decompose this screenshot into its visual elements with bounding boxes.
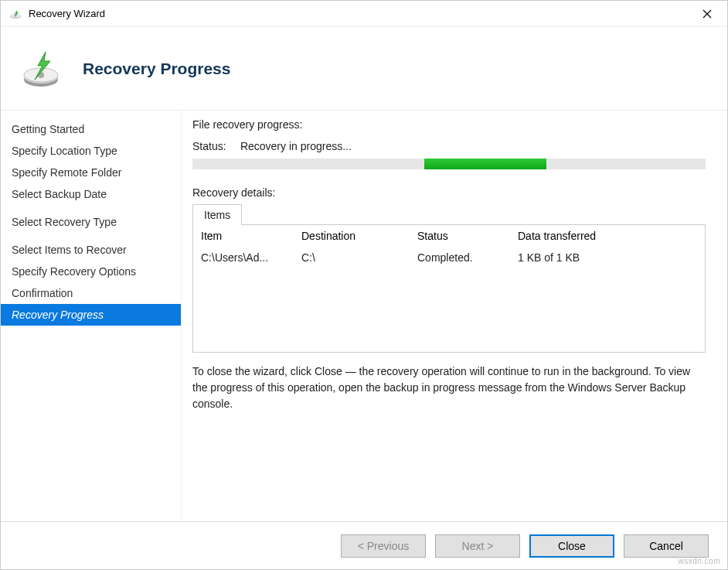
recovery-details-label: Recovery details: — [192, 186, 706, 199]
wizard-header: Recovery Progress — [1, 27, 727, 111]
watermark: wsxdn.com — [678, 557, 720, 565]
cell-destination: C:\ — [301, 251, 417, 264]
progress-bar-fill — [424, 159, 546, 169]
recovery-wizard-icon — [9, 7, 22, 21]
close-window-button[interactable] — [692, 3, 723, 25]
cancel-button[interactable]: Cancel — [624, 534, 709, 558]
step-confirmation: Confirmation — [1, 282, 181, 304]
col-header-status: Status — [417, 230, 518, 242]
grid-header: Item Destination Status Data transferred — [193, 225, 705, 247]
hint-text: To close the wizard, click Close — the r… — [192, 364, 706, 412]
status-value: Recovery in progress... — [240, 140, 352, 152]
step-select-recovery-type: Select Recovery Type — [1, 211, 181, 233]
wizard-steps-sidebar: Getting Started Specify Location Type Sp… — [1, 111, 182, 521]
step-getting-started: Getting Started — [1, 118, 181, 140]
progress-bar — [192, 159, 706, 169]
next-button: Next > — [435, 534, 520, 558]
close-button[interactable]: Close — [529, 534, 614, 558]
col-header-data: Data transferred — [518, 230, 697, 242]
step-select-items-to-recover: Select Items to Recover — [1, 239, 181, 261]
window-title: Recovery Wizard — [29, 8, 692, 19]
tab-items[interactable]: Items — [192, 204, 242, 225]
wizard-content: File recovery progress: Status: Recovery… — [182, 111, 727, 521]
recovery-items-grid: Item Destination Status Data transferred… — [192, 224, 706, 353]
section-title: File recovery progress: — [192, 118, 706, 131]
status-label: Status: — [192, 140, 237, 152]
cell-item: C:\Users\Ad... — [201, 251, 301, 264]
step-specify-remote-folder: Specify Remote Folder — [1, 162, 181, 183]
cell-status: Completed. — [417, 251, 518, 264]
step-specify-recovery-options: Specify Recovery Options — [1, 261, 181, 282]
page-title: Recovery Progress — [83, 60, 230, 78]
recovery-large-icon — [19, 47, 63, 90]
tabs: Items — [192, 203, 706, 224]
col-header-item: Item — [201, 230, 301, 242]
step-specify-location-type: Specify Location Type — [1, 140, 181, 162]
step-select-backup-date: Select Backup Date — [1, 183, 181, 205]
wizard-footer: < Previous Next > Close Cancel — [1, 521, 727, 569]
titlebar: Recovery Wizard — [1, 1, 727, 27]
cell-data: 1 KB of 1 KB — [518, 251, 697, 264]
previous-button: < Previous — [341, 534, 426, 558]
step-recovery-progress: Recovery Progress — [1, 304, 181, 326]
col-header-destination: Destination — [301, 230, 417, 242]
table-row: C:\Users\Ad... C:\ Completed. 1 KB of 1 … — [193, 247, 705, 268]
status-row: Status: Recovery in progress... — [192, 140, 706, 152]
